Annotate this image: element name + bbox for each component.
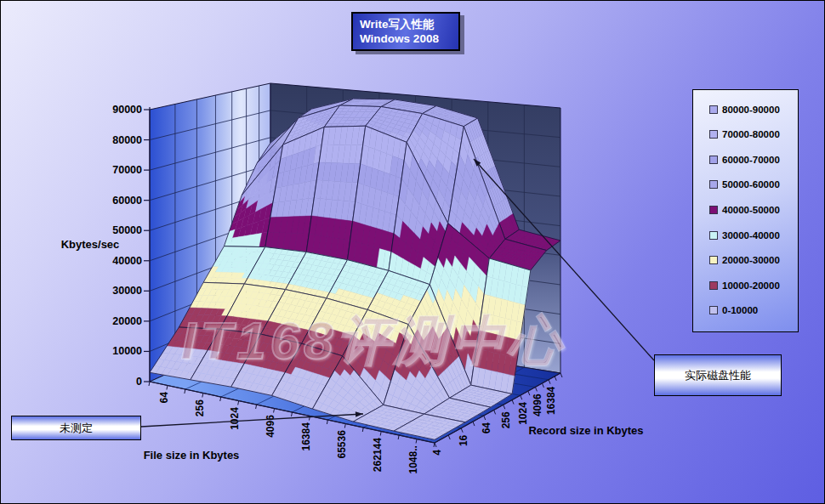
record-tick-label: 1024 <box>517 402 529 425</box>
legend-swatch <box>709 281 718 290</box>
record-tick-label: 256 <box>500 411 512 428</box>
legend-label: 20000-30000 <box>722 255 780 265</box>
value-tick-label: 20000 <box>112 315 142 327</box>
watermark: IT168评测中心 <box>181 305 566 377</box>
value-tick-label: 40000 <box>112 255 142 267</box>
value-tick-label: 0 <box>136 376 142 388</box>
file-tick-label: 256 <box>194 399 206 416</box>
legend-label: 10000-20000 <box>722 280 780 291</box>
legend-item: 70000-80000 <box>709 129 794 139</box>
file-tick-label: 65536 <box>336 430 348 459</box>
file-tick-label: 1048.. <box>407 445 419 473</box>
legend-label: 80000-90000 <box>722 105 780 115</box>
file-tick-label: 1024 <box>229 407 241 430</box>
value-tick-label: 60000 <box>112 195 142 207</box>
legend-label: 70000-80000 <box>722 129 780 139</box>
legend-swatch <box>709 231 718 240</box>
legend-item: 50000-60000 <box>709 179 794 190</box>
file-tick-label: 64 <box>158 392 170 404</box>
file-axis-title: File size in Kbytes <box>144 449 240 462</box>
value-tick-label: 30000 <box>112 285 142 297</box>
value-tick-label: 50000 <box>112 224 142 236</box>
legend-swatch <box>709 306 718 314</box>
record-tick-label: 4 <box>431 450 443 456</box>
legend-swatch <box>709 105 718 114</box>
record-tick-label: 16 <box>458 434 469 446</box>
record-tick-label: 4096 <box>532 394 543 416</box>
record-tick-label: 16384 <box>545 386 557 415</box>
legend-item: 60000-70000 <box>709 155 794 165</box>
legend-swatch <box>709 130 718 139</box>
chart-title-box: Write写入性能 Windows 2008 <box>351 12 460 51</box>
legend-item: 40000-50000 <box>709 205 794 215</box>
legend-box: 80000-9000070000-8000060000-7000050000-6… <box>692 89 799 332</box>
legend-item: 80000-90000 <box>709 105 794 115</box>
legend-swatch <box>709 156 718 164</box>
legend-item: 10000-20000 <box>709 280 794 291</box>
legend-label: 60000-70000 <box>722 155 780 165</box>
value-tick-label: 10000 <box>112 345 142 357</box>
file-tick-label: 16384 <box>300 422 312 451</box>
legend-swatch <box>709 206 718 214</box>
callout-not-measured: 未测定 <box>11 416 141 440</box>
record-tick-label: 64 <box>481 422 492 434</box>
callout-disk-performance: 实际磁盘性能 <box>654 354 782 396</box>
value-tick-label: 90000 <box>112 104 142 116</box>
legend-item: 0-10000 <box>709 305 794 315</box>
chart-stage: 0100002000030000400005000060000700008000… <box>0 0 825 504</box>
legend-swatch <box>709 256 718 264</box>
value-tick-label: 70000 <box>112 164 142 176</box>
legend-item: 20000-30000 <box>709 255 794 265</box>
file-tick-label: 4096 <box>265 415 276 438</box>
record-axis-title: Record size in Kbytes <box>528 424 643 437</box>
chart-title-line2: Windows 2008 <box>360 31 452 46</box>
legend-label: 40000-50000 <box>722 205 780 215</box>
file-tick-label: 262144 <box>372 438 384 472</box>
value-tick-label: 80000 <box>112 134 142 146</box>
legend-label: 30000-40000 <box>722 230 780 241</box>
legend-label: 50000-60000 <box>722 179 780 190</box>
chart-title-line1: Write写入性能 <box>360 17 452 31</box>
value-axis-title: Kbytes/sec <box>61 238 120 251</box>
legend-item: 30000-40000 <box>709 230 794 241</box>
legend-swatch <box>709 180 718 189</box>
legend-label: 0-10000 <box>722 305 758 315</box>
